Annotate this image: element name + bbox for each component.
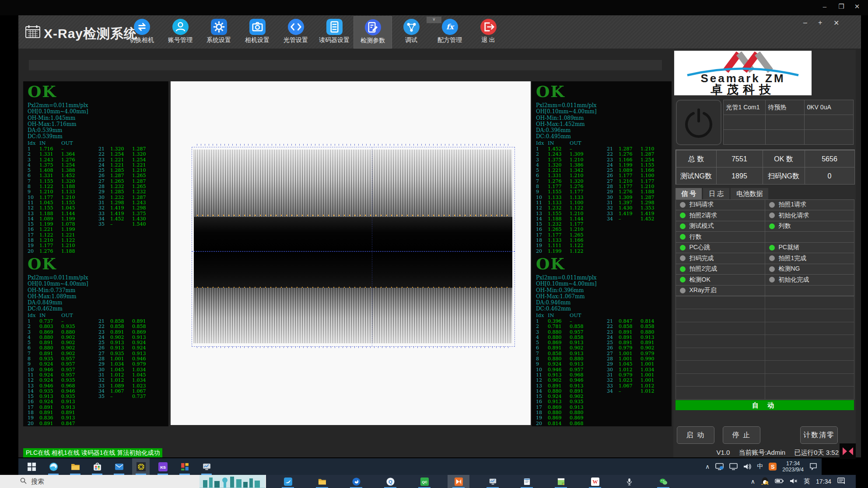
tray2-chevron-up-icon[interactable]: ∧ bbox=[751, 478, 755, 485]
tray-chevron-up-icon[interactable]: ∧ bbox=[705, 463, 710, 470]
measure-rows: 210.8580.891220.8580.858230.8910.869240.… bbox=[98, 319, 154, 399]
touch-keyboard-icon[interactable] bbox=[837, 478, 845, 486]
clear-count-button[interactable]: 计数清零 bbox=[800, 426, 838, 444]
measure-row: 21.3311.364 bbox=[28, 152, 83, 157]
toolbar-item-exit[interactable]: 退 出 bbox=[469, 16, 508, 49]
media-player-icon[interactable] bbox=[448, 475, 469, 488]
store-icon[interactable] bbox=[88, 458, 106, 475]
roi-outline-top bbox=[192, 147, 515, 252]
measure-info: Pxl2mm=0.011mm/plxOH[0.10mm~4.00mm]OH-Mi… bbox=[536, 102, 597, 140]
kingsoft-icon[interactable]: K5 bbox=[154, 458, 172, 475]
row-in-value: 0.880 bbox=[39, 345, 61, 351]
notepad-icon[interactable] bbox=[516, 475, 538, 488]
local-time[interactable]: 17:34 bbox=[816, 478, 831, 485]
sticky-notes-icon[interactable] bbox=[550, 475, 572, 488]
empty-cell bbox=[765, 348, 854, 361]
row-index: 34 bbox=[607, 216, 619, 222]
tab-1[interactable]: 日 志 bbox=[703, 188, 729, 199]
signal-item: 初始化请求 bbox=[765, 210, 854, 221]
toolbar-item-system-settings[interactable]: 系统设置 bbox=[200, 16, 238, 49]
remote-clock[interactable]: 17:34 2023/9/4 bbox=[782, 460, 804, 473]
qq-browser-icon[interactable]: Q bbox=[379, 475, 401, 488]
power-icon bbox=[682, 106, 715, 139]
notification-icon[interactable] bbox=[809, 463, 817, 470]
tab-2[interactable]: 电池数据 bbox=[731, 188, 768, 199]
signal-label: 拍照1完成 bbox=[779, 254, 807, 262]
volume-muted-icon[interactable] bbox=[790, 478, 798, 485]
measure-row: 220.8580.858 bbox=[98, 324, 154, 329]
toolbar-item-account[interactable]: 账号管理 bbox=[161, 16, 200, 49]
browser-comma-icon[interactable] bbox=[345, 475, 367, 488]
app-maximize-button[interactable]: + bbox=[818, 19, 822, 27]
toolbar-item-scanner-settings[interactable]: 读码器设置 bbox=[315, 16, 354, 49]
toolbar-item-camera-settings[interactable]: 相机设置 bbox=[238, 16, 276, 49]
row-out-value: 0.902 bbox=[640, 345, 662, 351]
wps-icon[interactable]: W bbox=[584, 475, 606, 488]
perf-monitor-icon[interactable] bbox=[482, 475, 504, 488]
signal-item: 扫码请求 bbox=[676, 199, 765, 211]
toolbar-item-inspect-params[interactable]: 检测参数 bbox=[354, 16, 392, 49]
measure-info-line: Pxl2mm=0.011mm/plx bbox=[28, 275, 88, 281]
led-icon bbox=[680, 255, 686, 261]
mail-icon[interactable] bbox=[110, 458, 128, 475]
empty-cell bbox=[676, 373, 765, 387]
xray-power-button[interactable] bbox=[676, 100, 721, 145]
wechat-icon[interactable] bbox=[652, 475, 674, 488]
toolbar-item-debug[interactable]: 调试 bbox=[392, 16, 430, 49]
battery-icon[interactable] bbox=[775, 478, 784, 485]
mic-icon[interactable] bbox=[618, 475, 640, 488]
row-index: 29 bbox=[98, 189, 110, 195]
remote-minimize-button[interactable]: – bbox=[819, 3, 830, 10]
ime-indicator[interactable]: 中 bbox=[757, 463, 763, 471]
roi-outline-bottom bbox=[192, 251, 515, 347]
signal-label: PC心跳 bbox=[690, 244, 710, 251]
measure-row: 201.1991.122 bbox=[536, 249, 592, 254]
row-out-value: 1.177 bbox=[570, 189, 592, 195]
media-bowtie-icon[interactable] bbox=[840, 443, 856, 459]
measure-info-line: DC:0.495mm bbox=[536, 133, 597, 139]
folder-icon[interactable] bbox=[311, 475, 333, 488]
sogou-icon[interactable]: S bbox=[769, 463, 777, 471]
mail-bird-icon[interactable] bbox=[277, 475, 299, 488]
start-button[interactable]: 启 动 bbox=[677, 426, 714, 444]
app-close-button[interactable]: ✕ bbox=[833, 19, 839, 27]
ime-en-indicator[interactable]: 英 bbox=[804, 478, 810, 485]
search-highlight-image[interactable] bbox=[200, 475, 265, 488]
remote-restore-button[interactable]: ❐ bbox=[836, 3, 847, 10]
row-index: 13 bbox=[28, 383, 39, 389]
measure-section-bottom-left: OKPxl2mm=0.011mm/plxOH[0.10mm~4.00mm]OH-… bbox=[23, 254, 168, 427]
toolbar-item-tube-settings[interactable]: 光管设置 bbox=[276, 16, 315, 49]
row-in-value: 1.199 bbox=[548, 249, 570, 254]
start-icon[interactable] bbox=[23, 458, 40, 475]
qq-penguin-icon[interactable] bbox=[761, 477, 769, 486]
auto-mode-bar[interactable]: 自 动 bbox=[676, 400, 854, 410]
xray-app-icon[interactable] bbox=[132, 458, 150, 475]
empty-cell bbox=[765, 335, 854, 348]
row-in-value: 1.177 bbox=[39, 243, 61, 248]
toolbar-item-switch-camera[interactable]: 切换相机 bbox=[122, 16, 161, 49]
remote-close-button[interactable]: ✕ bbox=[851, 3, 863, 10]
row-in-value: 1.276 bbox=[619, 189, 640, 195]
app-minimize-button[interactable]: – bbox=[803, 19, 807, 27]
edge-icon[interactable] bbox=[45, 458, 62, 475]
volume-icon[interactable] bbox=[743, 463, 751, 470]
row-in-value: 0.924 bbox=[39, 399, 61, 404]
measure-section-top-right: OKPxl2mm=0.011mm/plxOH[0.10mm~4.00mm]OH-… bbox=[532, 82, 672, 254]
system-monitor-icon[interactable] bbox=[198, 458, 215, 475]
display-icon[interactable] bbox=[729, 463, 738, 470]
photos-tiles-icon[interactable] bbox=[176, 458, 193, 475]
stitch-seam bbox=[372, 147, 372, 346]
file-explorer-icon[interactable] bbox=[66, 458, 84, 475]
xray-image-view[interactable] bbox=[171, 81, 531, 425]
stop-button[interactable]: 停 止 bbox=[723, 426, 760, 444]
row-index: 9 bbox=[28, 189, 39, 195]
search-bar[interactable]: 搜索 bbox=[0, 475, 266, 488]
tab-0[interactable]: 信 号 bbox=[676, 188, 702, 199]
qc-tool-icon[interactable]: QC bbox=[413, 475, 435, 488]
measure-rows: 10.737–20.8030.93530.8690.88040.8800.902… bbox=[28, 319, 83, 426]
chevron-down-icon[interactable]: ˅ bbox=[427, 17, 441, 23]
row-in-value: 1.177 bbox=[619, 173, 640, 178]
measure-row: 291.0340.979 bbox=[98, 362, 154, 367]
remote-session-icon[interactable] bbox=[715, 463, 724, 470]
row-in-value: – bbox=[619, 216, 640, 222]
